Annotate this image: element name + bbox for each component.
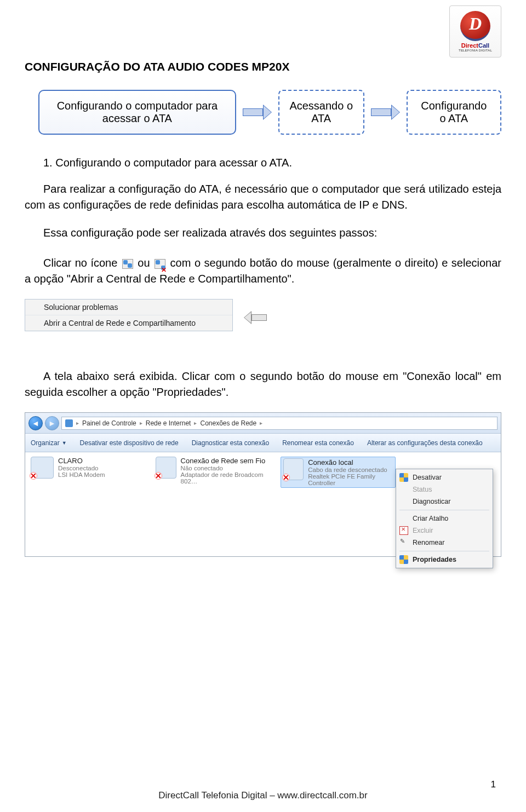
breadcrumb[interactable]: ▸ Painel de Controle ▸ Rede e Internet ▸… — [61, 417, 498, 430]
paragraph: Essa configuração pode ser realizada atr… — [25, 225, 501, 241]
connection-device: Realtek PCIe FE Family Controller — [308, 473, 393, 486]
menu-item-properties[interactable]: Propriedades — [396, 554, 493, 566]
flow-diagram: Configurando o computador para acessar o… — [38, 90, 501, 135]
network-connections-window: ◄ ► ▸ Painel de Controle ▸ Rede e Intern… — [25, 412, 501, 557]
page-number: 1 — [491, 779, 496, 790]
brand-logo: D DirectCall TELEFONIA DIGITAL — [449, 5, 501, 57]
flow-step-1: Configurando o computador para acessar o… — [38, 90, 236, 135]
connection-context-menu: Desativar Status Diagnosticar Criar Atal… — [396, 469, 493, 568]
breadcrumb-item[interactable]: Painel de Controle — [82, 419, 136, 427]
logo-brand-1: Direct — [461, 42, 478, 49]
menu-item-rename[interactable]: Renomear — [396, 537, 493, 549]
logo-brand-2: Call — [478, 42, 489, 49]
wifi-adapter-icon: ✕ — [156, 457, 176, 479]
connection-device: Adaptador de rede Broadcom 802… — [181, 471, 271, 485]
toolbar-change-settings[interactable]: Alterar as configurações desta conexão — [367, 439, 483, 447]
flow-step-3: Configurando o ATA — [407, 90, 501, 135]
nav-back-button[interactable]: ◄ — [28, 416, 43, 430]
modem-icon: ✕ — [31, 457, 54, 479]
document-title: CONFIGURAÇÃO DO ATA AUDIO CODES MP20X — [25, 60, 501, 73]
network-folder-icon — [65, 419, 73, 427]
network-tray-icon — [122, 259, 133, 269]
shield-icon — [399, 473, 408, 482]
menu-item-diagnose[interactable]: Diagnosticar — [396, 496, 493, 508]
connection-status: Cabo da rede desconectado — [308, 467, 393, 473]
menu-item-open-network-center[interactable]: Abrir a Central de Rede e Compartilhamen… — [25, 315, 232, 331]
toolbar-disable-device[interactable]: Desativar este dispositivo de rede — [80, 439, 179, 447]
explorer-nav-bar: ◄ ► ▸ Painel de Controle ▸ Rede e Intern… — [25, 413, 501, 434]
network-disconnected-tray-icon — [155, 259, 165, 269]
connection-name: CLARO — [58, 457, 105, 465]
menu-item-troubleshoot[interactable]: Solucionar problemas — [25, 300, 232, 315]
menu-separator — [399, 510, 489, 510]
toolbar-diagnose[interactable]: Diagnosticar esta conexão — [192, 439, 269, 447]
section-heading: 1. Configurando o computador para acessa… — [25, 157, 501, 169]
connection-device: LSI HDA Modem — [58, 471, 105, 478]
arrow-icon — [371, 105, 400, 120]
toolbar-organize[interactable]: Organizar ▼ — [31, 439, 67, 447]
nav-forward-button[interactable]: ► — [45, 416, 59, 430]
breadcrumb-item[interactable]: Rede e Internet — [146, 419, 191, 427]
menu-item-create-shortcut[interactable]: Criar Atalho — [396, 512, 493, 525]
explorer-toolbar: Organizar ▼ Desativar este dispositivo d… — [25, 434, 501, 452]
arrow-icon — [243, 105, 272, 120]
menu-item-status: Status — [396, 483, 493, 496]
page-footer: DirectCall Telefonia Digital – www.direc… — [0, 790, 526, 801]
connection-item-selected[interactable]: ✕ Conexão local Cabo da rede desconectad… — [281, 457, 396, 488]
delete-icon — [399, 526, 408, 535]
pointer-arrow-icon — [244, 309, 267, 326]
shield-icon — [399, 555, 408, 564]
menu-item-delete: Excluir — [396, 525, 493, 537]
breadcrumb-item[interactable]: Conexões de Rede — [200, 419, 256, 427]
paragraph: Para realizar a configuração do ATA, é n… — [25, 181, 501, 213]
rename-icon — [399, 538, 408, 547]
connection-status: Desconectado — [58, 465, 105, 471]
ethernet-adapter-icon: ✕ — [283, 458, 304, 480]
paragraph: Clicar no ícone ou com o segundo botão d… — [25, 255, 501, 287]
connection-name: Conexão de Rede sem Fio — [181, 457, 271, 465]
menu-item-disable[interactable]: Desativar — [396, 471, 493, 483]
menu-separator — [399, 551, 489, 551]
tray-context-menu: Solucionar problemas Abrir a Central de … — [25, 299, 233, 331]
connection-status: Não conectado — [181, 465, 271, 471]
toolbar-rename[interactable]: Renomear esta conexão — [282, 439, 354, 447]
connection-item[interactable]: ✕ Conexão de Rede sem Fio Não conectado … — [156, 457, 271, 485]
flow-step-2: Acessando o ATA — [278, 90, 364, 135]
connection-name: Conexão local — [308, 458, 393, 467]
connection-item[interactable]: ✕ CLARO Desconectado LSI HDA Modem — [31, 457, 146, 479]
logo-tagline: TELEFONIA DIGITAL — [459, 49, 492, 52]
connections-list: ✕ CLARO Desconectado LSI HDA Modem ✕ Con… — [25, 452, 501, 556]
paragraph: A tela abaixo será exibida. Clicar com o… — [25, 368, 501, 400]
